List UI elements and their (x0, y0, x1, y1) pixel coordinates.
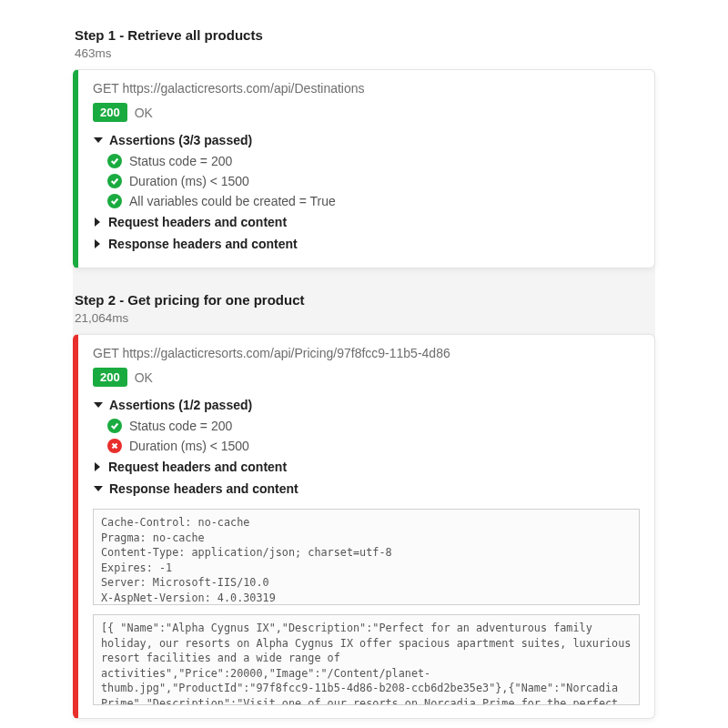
assertions-toggle[interactable]: Assertions (3/3 passed) (93, 129, 640, 151)
request-line: GET https://galacticresorts.com/api/Pric… (93, 346, 640, 360)
assertion-text: Status code = 200 (129, 419, 232, 433)
status-text: OK (135, 370, 153, 385)
status-row: 200OK (93, 368, 640, 387)
response-body-raw[interactable]: [{ "Name":"Alpha Cygnus IX","Description… (93, 614, 640, 705)
step-title: Step 2 - Get pricing for one product (75, 292, 655, 308)
chevron-down-icon (94, 486, 103, 491)
step-title: Step 1 - Retrieve all products (75, 27, 655, 43)
status-code-badge: 200 (93, 103, 127, 122)
response-headers-label: Response headers and content (108, 237, 298, 251)
assertions-list: Status code = 200Duration (ms) < 1500 (107, 416, 640, 456)
response-headers-raw[interactable]: Cache-Control: no-cache Pragma: no-cache… (93, 509, 640, 605)
chevron-right-icon (95, 217, 100, 227)
assertion-row: All variables could be created = True (107, 191, 640, 211)
chevron-right-icon (95, 462, 100, 471)
status-row: 200OK (93, 103, 640, 122)
x-circle-icon (107, 439, 122, 453)
status-text: OK (135, 106, 153, 120)
status-code-badge: 200 (93, 368, 127, 387)
request-line: GET https://galacticresorts.com/api/Dest… (93, 81, 640, 96)
request-headers-label: Request headers and content (108, 215, 287, 229)
assertion-row: Status code = 200 (107, 416, 640, 436)
assertions-label: Assertions (3/3 passed) (109, 133, 252, 147)
chevron-right-icon (95, 239, 100, 248)
step-card: GET https://galacticresorts.com/api/Dest… (73, 69, 655, 268)
check-circle-icon (107, 174, 122, 188)
assertion-row: Status code = 200 (107, 151, 640, 171)
assertion-row: Duration (ms) < 1500 (107, 436, 640, 456)
chevron-down-icon (94, 402, 103, 408)
assertions-list: Status code = 200Duration (ms) < 1500All… (107, 151, 640, 211)
request-headers-toggle[interactable]: Request headers and content (93, 456, 640, 478)
step-duration: 463ms (75, 46, 655, 60)
step-duration: 21,064ms (75, 311, 655, 325)
assertion-text: Duration (ms) < 1500 (129, 439, 249, 453)
assertion-text: Status code = 200 (129, 154, 232, 168)
assertion-text: All variables could be created = True (129, 194, 336, 208)
http-method: GET (93, 346, 119, 360)
response-headers-toggle[interactable]: Response headers and content (93, 233, 640, 255)
request-url: https://galacticresorts.com/api/Pricing/… (119, 346, 450, 360)
check-circle-icon (107, 419, 122, 433)
assertions-label: Assertions (1/2 passed) (109, 398, 252, 412)
request-headers-label: Request headers and content (108, 460, 287, 474)
http-method: GET (93, 81, 119, 96)
check-circle-icon (107, 154, 122, 168)
assertion-text: Duration (ms) < 1500 (129, 174, 249, 188)
response-headers-label: Response headers and content (109, 481, 298, 496)
request-headers-toggle[interactable]: Request headers and content (93, 211, 640, 233)
response-headers-toggle[interactable]: Response headers and content (93, 478, 640, 500)
check-circle-icon (107, 194, 122, 208)
request-url: https://galacticresorts.com/api/Destinat… (119, 81, 365, 96)
assertions-toggle[interactable]: Assertions (1/2 passed) (93, 394, 640, 416)
chevron-down-icon (94, 137, 103, 143)
assertion-row: Duration (ms) < 1500 (107, 171, 640, 191)
step-card: GET https://galacticresorts.com/api/Pric… (73, 334, 655, 719)
